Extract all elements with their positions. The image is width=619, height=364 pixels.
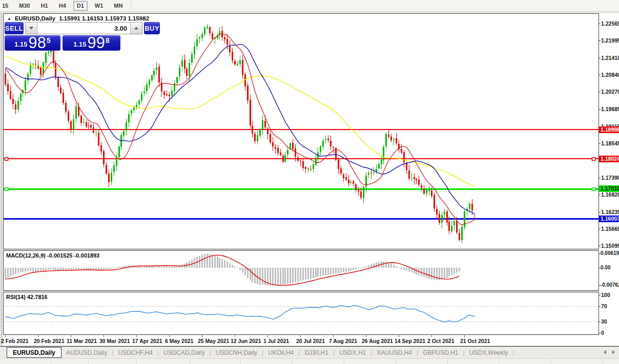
status-divider: [396, 359, 396, 364]
tabs-scroll-right-icon[interactable]: [612, 350, 615, 354]
timeframe-button-w1[interactable]: W1: [91, 1, 107, 11]
volume-input[interactable]: [37, 23, 130, 34]
status-divider: [292, 359, 293, 364]
price-axis-label: 1.20840: [601, 72, 619, 78]
price-axis-tick: [599, 75, 601, 75]
rsi-canvas[interactable]: [4, 292, 599, 334]
status-divider: [51, 359, 52, 364]
status-divider: [603, 359, 603, 364]
chart-tab[interactable]: UKOil,H4: [263, 349, 298, 356]
date-axis-tick: [300, 335, 301, 337]
chart-tab[interactable]: USDCAD,Daily: [159, 349, 210, 356]
tab-separator: |: [512, 349, 514, 356]
price-axis-label: 1.19685: [601, 106, 619, 112]
chart-tab[interactable]: USDX,H1: [335, 349, 370, 356]
date-axis-tick: [136, 335, 137, 337]
buy-price-pip: 8: [106, 36, 110, 45]
date-axis-label: 25 May 2021: [198, 338, 229, 344]
chart-tab-active[interactable]: EURUSD,Daily: [7, 347, 61, 358]
date-axis-label: 17 Apr 2021: [132, 338, 162, 344]
one-click-trading-panel: SELL BUY 1.15985 1.15998: [5, 22, 120, 51]
date-axis-label: 7 Aug 2021: [329, 338, 357, 344]
buy-price-prefix: 1.15: [73, 40, 86, 50]
macd-axis-label: -0.00762: [601, 282, 619, 288]
sell-price-box[interactable]: 1.15985: [5, 35, 60, 51]
date-axis: 2 Feb 202120 Feb 202111 Mar 202130 Mar 2…: [3, 335, 619, 346]
timeframe-button-h4[interactable]: H4: [55, 1, 70, 11]
chart-tab[interactable]: AUDUSD,Daily: [61, 349, 112, 356]
date-axis-label: 6 May 2021: [165, 338, 193, 344]
price-axis-tick: [599, 24, 601, 24]
chart-tab[interactable]: USDCHF,H4: [114, 349, 157, 356]
chart-tab[interactable]: XAUUSD,H4: [372, 349, 417, 356]
tab-scroll-arrows: [604, 350, 615, 354]
rsi-axis-label: 30: [601, 318, 607, 325]
date-axis-tick: [71, 335, 71, 337]
macd-pane: MACD(12,26,9) -0.001525 -0.001893: [3, 250, 599, 291]
main-chart-pane: ▲ EURUSD,Daily 1.15991 1.16153 1.15973 1…: [3, 13, 599, 249]
status-divider: [551, 359, 551, 364]
status-divider: [136, 359, 137, 364]
date-axis-tick: [366, 335, 366, 337]
timeframe-button-m30[interactable]: M30: [15, 1, 33, 11]
date-axis-tick: [431, 335, 432, 337]
rsi-axis-tick: [599, 306, 601, 307]
status-divider: [240, 359, 241, 364]
sell-button[interactable]: SELL: [5, 22, 24, 34]
date-axis-tick: [399, 335, 399, 337]
date-axis-label: 20 Jul 2021: [296, 338, 325, 344]
date-axis-label: 1 Jul 2021: [263, 338, 289, 344]
timeframe-toolbar: 15M30H1H4D1W1MN: [0, 0, 619, 12]
price-axis-tick: [599, 229, 601, 229]
timeframe-button-h1[interactable]: H1: [37, 1, 52, 11]
price-axis: 1.225651.219951.214101.208401.202701.196…: [599, 13, 619, 335]
tabs-scroll-left-icon[interactable]: [604, 350, 606, 354]
date-axis-label: 26 Aug 2021: [362, 338, 393, 344]
chart-tab[interactable]: DJ30,H1: [300, 349, 333, 356]
rsi-axis-label: 70: [601, 303, 607, 309]
date-axis-label: 30 Mar 2021: [99, 338, 130, 344]
rsi-axis-label: 100: [601, 292, 610, 298]
symbol-period-label: EURUSD,Daily: [15, 15, 55, 22]
date-axis-label: 20 Feb 2021: [34, 338, 65, 344]
date-axis-tick: [235, 335, 235, 337]
timeframe-button-d1[interactable]: D1: [73, 1, 88, 11]
ohlc-quotes: 1.15991 1.16153 1.15973 1.15982: [59, 15, 149, 22]
toolbar-separator: [131, 2, 131, 10]
chart-title: ▲ EURUSD,Daily 1.15991 1.16153 1.15973 1…: [7, 15, 149, 22]
timeframe-button-mn[interactable]: MN: [110, 1, 126, 11]
macd-values: -0.001525 -0.001893: [47, 252, 99, 259]
rsi-axis-tick: [599, 295, 601, 295]
price-axis-label: 1.17390: [601, 175, 619, 181]
rsi-axis-tick: [599, 322, 601, 322]
sell-price-pip: 5: [47, 36, 51, 45]
chart-tab[interactable]: USDX,Weekly: [465, 349, 513, 356]
buy-price-box[interactable]: 1.15998: [63, 35, 120, 51]
price-axis-label: 1.16235: [601, 209, 619, 215]
collapse-triangle-icon[interactable]: ▲: [7, 16, 11, 21]
macd-axis-label: 0.00: [601, 265, 610, 270]
date-axis-tick: [333, 335, 334, 337]
date-axis-tick: [464, 335, 465, 337]
status-divider: [344, 359, 344, 364]
date-axis-tick: [5, 335, 6, 337]
macd-label: MACD(12,26,9) -0.001525 -0.001893: [6, 252, 99, 259]
price-axis-label: 1.16820: [601, 191, 619, 198]
chart-tab[interactable]: GBPUSD,H1: [418, 349, 463, 356]
chart-tab[interactable]: USDCNH,Daily: [211, 349, 262, 356]
sell-price-prefix: 1.15: [14, 40, 27, 50]
status-divider: [499, 359, 500, 364]
spinner-down-icon: [29, 27, 33, 30]
window-frame-edge: [1, 13, 2, 346]
buy-button[interactable]: BUY: [144, 22, 160, 34]
volume-spinner: [25, 22, 142, 34]
volume-increase-button[interactable]: [130, 23, 142, 34]
status-divider: [88, 359, 89, 364]
price-axis-tick: [599, 178, 601, 178]
timeframe-button-15[interactable]: 15: [0, 1, 12, 11]
volume-decrease-button[interactable]: [26, 23, 37, 34]
price-axis-tick: [599, 92, 601, 92]
price-axis-tick: [599, 195, 601, 195]
price-axis-tick: [599, 40, 601, 41]
buy-price-main: 99: [88, 36, 105, 50]
